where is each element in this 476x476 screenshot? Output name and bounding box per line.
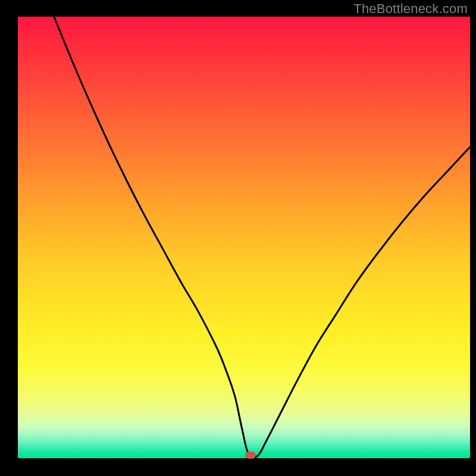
optimum-marker: [245, 452, 256, 459]
chart-frame: TheBottleneck.com: [0, 0, 476, 476]
curve-svg: [18, 17, 470, 458]
bottleneck-curve: [54, 17, 470, 458]
watermark-text: TheBottleneck.com: [353, 1, 468, 17]
plot-area: [18, 17, 470, 458]
